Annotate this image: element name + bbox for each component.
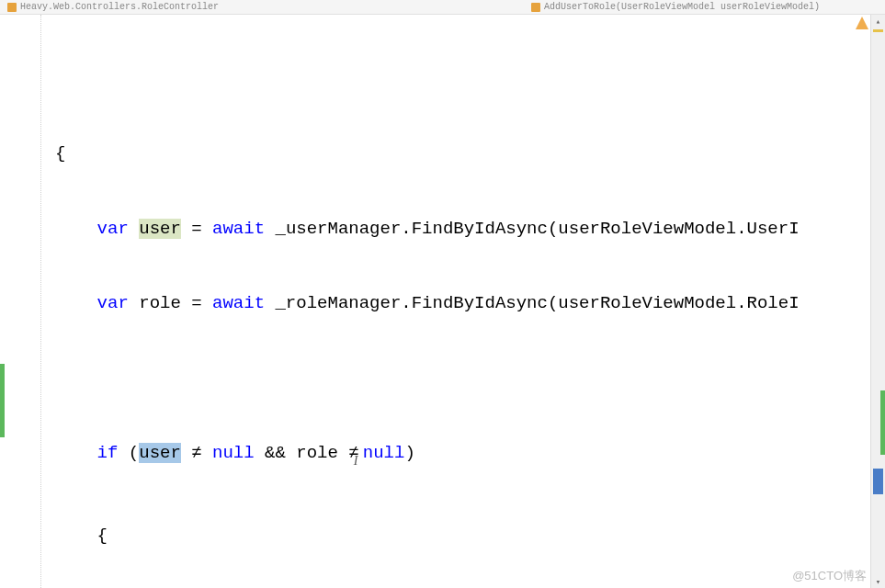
scroll-track[interactable] bbox=[871, 28, 885, 575]
selection-user: user bbox=[139, 443, 181, 463]
code-line[interactable]: if (user ≠ null && role ≠I null) bbox=[0, 441, 885, 473]
change-marker bbox=[0, 364, 5, 437]
breadcrumb-right-text: AddUserToRole(UserRoleViewModel userRole… bbox=[544, 2, 820, 12]
breadcrumb-left-crumb[interactable]: Heavy.Web.Controllers.RoleController bbox=[7, 2, 219, 12]
scroll-marker bbox=[873, 469, 883, 494]
scroll-up-arrow[interactable]: ▴ bbox=[871, 15, 885, 28]
breadcrumb-bar: Heavy.Web.Controllers.RoleController Add… bbox=[0, 0, 885, 15]
scroll-marker bbox=[873, 29, 883, 32]
code-line[interactable]: var role = await _roleManager.FindByIdAs… bbox=[0, 291, 885, 316]
scroll-marker bbox=[880, 390, 885, 455]
vertical-scrollbar[interactable]: ▴ ▾ bbox=[870, 15, 885, 588]
symbol-user: user bbox=[139, 219, 181, 239]
class-icon bbox=[7, 3, 17, 12]
code-editor[interactable]: { var user = await _userManager.FindById… bbox=[0, 15, 885, 588]
code-line[interactable]: { bbox=[0, 141, 885, 166]
breadcrumb-left-text: Heavy.Web.Controllers.RoleController bbox=[20, 2, 219, 12]
watermark: @51CTO博客 bbox=[792, 568, 867, 584]
code-line[interactable] bbox=[0, 367, 885, 391]
scroll-down-arrow[interactable]: ▾ bbox=[871, 575, 885, 588]
breadcrumb-right-crumb[interactable]: AddUserToRole(UserRoleViewModel userRole… bbox=[531, 2, 820, 12]
indent-guide bbox=[40, 15, 41, 588]
code-line[interactable]: var user = await _userManager.FindByIdAs… bbox=[0, 217, 885, 242]
method-icon bbox=[531, 3, 540, 12]
code-line[interactable]: { bbox=[0, 524, 885, 548]
